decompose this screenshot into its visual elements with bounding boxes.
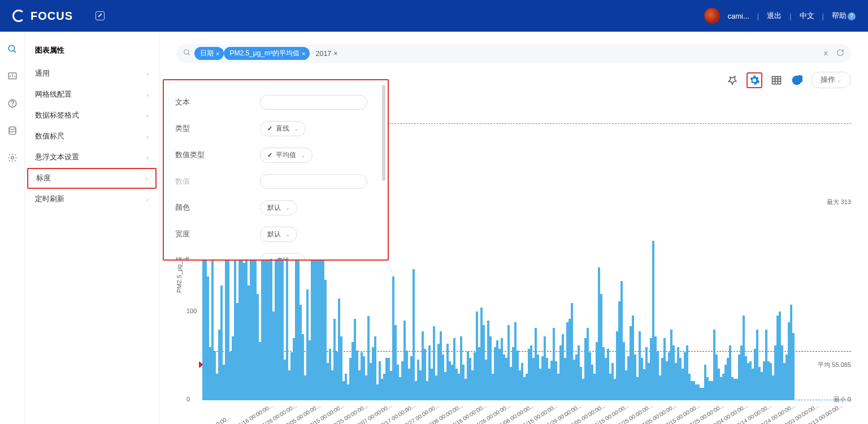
bar[interactable] <box>736 379 737 400</box>
bar[interactable] <box>370 363 371 400</box>
bar[interactable] <box>304 375 306 400</box>
sidebar-item[interactable]: 数据标签格式› <box>25 105 159 126</box>
bar[interactable] <box>483 325 484 400</box>
bar[interactable] <box>440 331 441 400</box>
bar[interactable] <box>523 377 525 400</box>
bar[interactable] <box>666 361 667 400</box>
bar[interactable] <box>792 333 794 400</box>
bar[interactable] <box>383 374 385 400</box>
bar[interactable] <box>702 388 704 400</box>
bar[interactable] <box>745 356 747 400</box>
bar[interactable] <box>627 356 629 400</box>
bar[interactable] <box>526 374 527 400</box>
bar[interactable] <box>709 381 710 400</box>
bar[interactable] <box>243 263 245 400</box>
bar[interactable] <box>738 354 740 400</box>
remove-icon[interactable]: × <box>216 50 219 57</box>
search-icon[interactable] <box>7 44 18 54</box>
bar[interactable] <box>209 347 211 400</box>
bar[interactable] <box>415 381 416 400</box>
bar[interactable] <box>758 367 760 400</box>
bar[interactable] <box>252 254 254 400</box>
bar[interactable] <box>654 336 656 400</box>
bar[interactable] <box>724 365 726 400</box>
bar[interactable] <box>494 347 496 400</box>
bar[interactable] <box>548 369 550 400</box>
bar[interactable] <box>580 367 581 400</box>
bar[interactable] <box>657 352 658 400</box>
bar[interactable] <box>734 379 735 400</box>
bar[interactable] <box>284 360 285 400</box>
search-box[interactable]: 日期 ×PM2.5_μg_m³的平均值 × 2017× × <box>176 44 851 63</box>
bar[interactable] <box>677 347 679 400</box>
bar[interactable] <box>743 315 744 400</box>
bar[interactable] <box>309 340 310 400</box>
bar[interactable] <box>510 367 511 400</box>
sidebar-item[interactable]: 网格线配置› <box>25 84 159 105</box>
bar[interactable] <box>399 377 401 400</box>
bar[interactable] <box>376 384 378 400</box>
bar[interactable] <box>756 330 758 400</box>
bar[interactable] <box>374 336 376 400</box>
sidebar-item[interactable]: 定时刷新› <box>25 189 159 210</box>
bar[interactable] <box>625 370 627 400</box>
bar[interactable] <box>512 347 514 400</box>
bar[interactable] <box>711 381 713 400</box>
bar[interactable] <box>559 345 561 400</box>
bar[interactable] <box>693 381 695 400</box>
bar[interactable] <box>582 379 584 400</box>
bar[interactable] <box>388 358 389 400</box>
search-term[interactable]: 2017× <box>313 48 340 59</box>
bar[interactable] <box>442 354 444 400</box>
bar[interactable] <box>435 375 437 400</box>
bar[interactable] <box>630 326 631 401</box>
bar[interactable] <box>471 370 473 400</box>
bar[interactable] <box>691 381 692 400</box>
bar[interactable] <box>480 308 482 400</box>
bar[interactable] <box>770 363 771 400</box>
bar[interactable] <box>446 344 448 400</box>
search-chip[interactable]: PM2.5_μg_m³的平均值 × <box>224 47 310 60</box>
bar[interactable] <box>392 276 394 400</box>
bar[interactable] <box>776 315 778 400</box>
bar[interactable] <box>546 358 548 400</box>
bar[interactable] <box>672 345 674 400</box>
bar[interactable] <box>428 345 430 400</box>
bar[interactable] <box>458 374 459 400</box>
bar[interactable] <box>761 372 762 400</box>
bar[interactable] <box>541 356 543 400</box>
bar[interactable] <box>354 319 355 400</box>
bar[interactable] <box>293 338 294 400</box>
bar[interactable] <box>408 369 410 400</box>
bar[interactable] <box>214 352 215 400</box>
bar[interactable] <box>358 370 360 400</box>
bar[interactable] <box>749 361 751 400</box>
bar[interactable] <box>259 342 261 400</box>
database-icon[interactable] <box>7 126 18 136</box>
chart-settings-icon[interactable] <box>747 72 762 88</box>
bar[interactable] <box>257 294 258 400</box>
bar[interactable] <box>602 347 604 400</box>
bar[interactable] <box>444 372 446 400</box>
bar[interactable] <box>492 374 493 400</box>
bar[interactable] <box>781 345 783 400</box>
bar[interactable] <box>417 360 419 400</box>
bar[interactable] <box>397 365 398 400</box>
bar[interactable] <box>381 379 383 400</box>
bar[interactable] <box>338 298 340 400</box>
bar[interactable] <box>367 316 369 400</box>
bar[interactable] <box>562 334 563 400</box>
bar[interactable] <box>670 330 672 400</box>
dropdown[interactable]: ✓平均值⌄ <box>260 148 313 163</box>
table-icon[interactable] <box>770 74 783 86</box>
bar[interactable] <box>503 354 505 400</box>
bar[interactable] <box>519 370 520 400</box>
bar[interactable] <box>453 338 455 400</box>
bar[interactable] <box>207 276 209 400</box>
bar[interactable] <box>765 330 767 400</box>
bar[interactable] <box>679 358 681 400</box>
sidebar-item[interactable]: 数值标尺› <box>25 126 159 147</box>
bar[interactable] <box>713 330 715 400</box>
bar[interactable] <box>663 338 665 400</box>
bar[interactable] <box>571 303 572 400</box>
